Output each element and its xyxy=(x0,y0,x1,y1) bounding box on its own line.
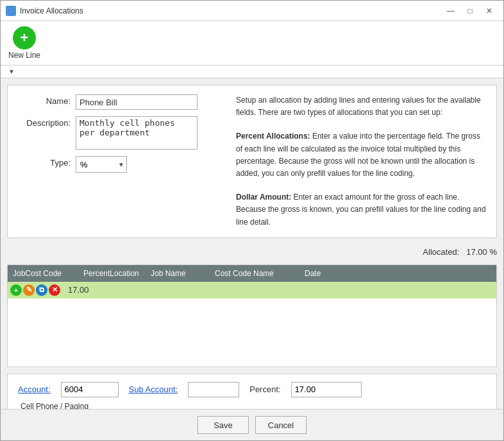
col-header-costcode: Cost Code Name xyxy=(210,268,299,279)
new-line-icon: + xyxy=(13,26,36,49)
sub-account-label[interactable]: Sub Account: xyxy=(129,385,178,394)
window-title: Invoice Allocations xyxy=(20,6,83,15)
minimize-icon: — xyxy=(447,6,455,15)
allocated-row: Allocated: 17.00 % xyxy=(7,245,497,258)
name-label: Name: xyxy=(18,94,76,106)
col-header-percent: PercentLocation xyxy=(78,268,146,279)
row-edit-icon[interactable]: ✎ xyxy=(23,284,35,296)
name-row: Name: xyxy=(18,94,223,110)
bottom-form-row: Account: Sub Account: Percent: xyxy=(18,382,486,397)
new-line-label: New Line xyxy=(8,51,40,60)
allocated-label: Allocated: xyxy=(423,247,459,257)
col-header-jobname: Job Name xyxy=(146,268,210,279)
window-controls: — □ ✕ xyxy=(442,4,498,17)
row-cell-costcode xyxy=(316,289,399,291)
type-select-container: % $ ▼ xyxy=(76,156,127,173)
help-dollar-text: Dollar Amount: Enter an exact amount for… xyxy=(236,191,486,229)
description-textarea[interactable]: Monthly cell phones per department xyxy=(76,116,197,150)
account-input[interactable] xyxy=(61,382,119,397)
description-label: Description: xyxy=(18,116,76,128)
row-cell-date xyxy=(399,289,451,291)
percent-input[interactable] xyxy=(291,382,362,397)
table-header: JobCost Code PercentLocation Job Name Co… xyxy=(8,265,496,282)
type-row: Type: % $ ▼ xyxy=(18,156,223,173)
bottom-panel: Account: Sub Account: Percent: Cell Phon… xyxy=(7,374,497,409)
title-bar: Invoice Allocations — □ ✕ xyxy=(1,1,503,21)
dropdown-arrow-row: ▼ xyxy=(1,65,503,78)
sub-account-input[interactable] xyxy=(188,382,239,397)
maximize-icon: □ xyxy=(467,6,472,15)
table-panel: JobCost Code PercentLocation Job Name Co… xyxy=(7,264,497,367)
type-label: Type: xyxy=(18,156,76,168)
cancel-button[interactable]: Cancel xyxy=(255,416,307,434)
table-row: + ✎ ⧉ ✕ 17.00 xyxy=(8,282,496,298)
row-cell-location xyxy=(188,289,252,291)
main-window: Invoice Allocations — □ ✕ + New Line ▼ xyxy=(0,0,504,441)
row-copy-icon[interactable]: ⧉ xyxy=(36,284,47,296)
dropdown-arrow-icon[interactable]: ▼ xyxy=(8,68,15,75)
close-button[interactable]: ✕ xyxy=(480,4,498,17)
col-header-jobcost: JobCost Code xyxy=(8,268,78,279)
help-percent-title: Percent Allocations: xyxy=(236,132,310,141)
title-bar-left: Invoice Allocations xyxy=(6,6,83,16)
minimize-button[interactable]: — xyxy=(442,4,460,17)
form-right: Setup an allocation by adding lines and … xyxy=(236,94,486,229)
help-dollar-title: Dollar Amount: xyxy=(236,193,291,202)
row-percent-value: 17.00 xyxy=(63,284,94,296)
percent-label: Percent: xyxy=(249,385,280,394)
row-add-icon[interactable]: + xyxy=(10,284,22,296)
account-description-row: Cell Phone / Paging xyxy=(18,401,486,409)
allocated-value: 17.00 % xyxy=(466,247,497,257)
row-delete-icon[interactable]: ✕ xyxy=(49,284,60,296)
form-grid: Name: Description: Monthly cell phones p… xyxy=(18,94,486,229)
help-percent-text: Percent Allocations: Enter a value into … xyxy=(236,130,486,180)
toolbar: + New Line xyxy=(1,21,503,65)
help-intro-text: Setup an allocation by adding lines and … xyxy=(236,94,486,119)
name-input[interactable] xyxy=(76,94,197,110)
content-area: Name: Description: Monthly cell phones p… xyxy=(1,78,503,409)
type-select[interactable]: % $ xyxy=(76,156,127,173)
app-icon xyxy=(6,6,16,16)
maximize-button[interactable]: □ xyxy=(461,4,479,17)
save-button[interactable]: Save xyxy=(197,416,249,434)
close-icon: ✕ xyxy=(486,6,492,15)
row-cell-percent: 17.00 xyxy=(63,285,188,295)
row-icons: + ✎ ⧉ ✕ xyxy=(8,284,63,296)
form-left: Name: Description: Monthly cell phones p… xyxy=(18,94,223,229)
table-body: + ✎ ⧉ ✕ 17.00 xyxy=(8,282,496,367)
account-description: Cell Phone / Paging xyxy=(18,402,88,409)
description-row: Description: Monthly cell phones per dep… xyxy=(18,116,223,150)
row-cell-jobname xyxy=(252,289,316,291)
form-panel: Name: Description: Monthly cell phones p… xyxy=(7,85,497,238)
footer: Save Cancel xyxy=(1,409,503,440)
new-line-button[interactable]: + New Line xyxy=(8,26,40,60)
account-label[interactable]: Account: xyxy=(18,385,51,394)
col-header-date: Date xyxy=(299,268,351,279)
